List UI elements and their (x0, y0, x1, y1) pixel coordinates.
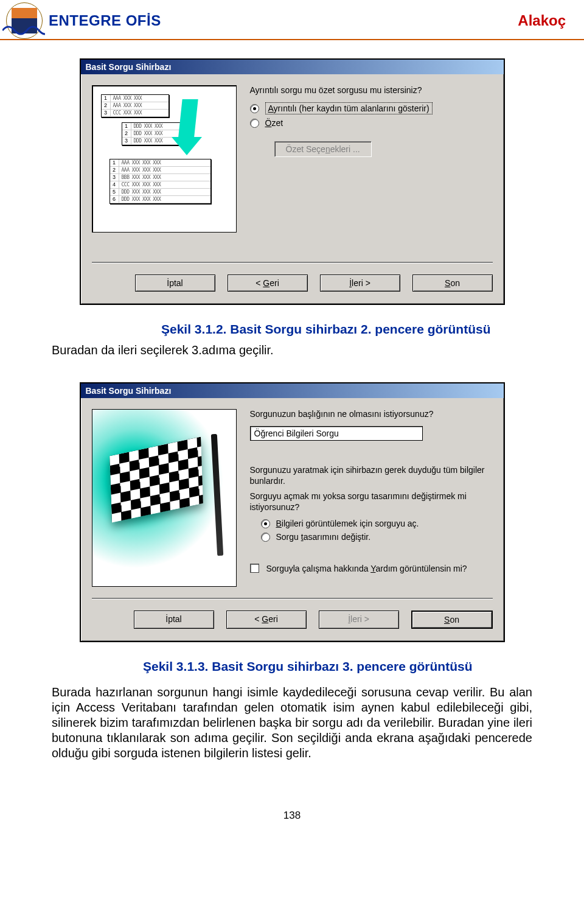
radio-icon (250, 104, 259, 113)
help-checkbox-row[interactable]: Sorguyla çalışma hakkında Yardım görüntü… (250, 564, 493, 573)
dialog2-question: Sorgunuzun başlığının ne olmasını istiyo… (250, 409, 493, 419)
query-title-input[interactable]: Öğrenci Bilgileri Sorgu (250, 426, 423, 441)
header-left: ENTEGRE OFİS (6, 2, 161, 39)
after-paragraph: Burada hazırlanan sorgunun hangi isimle … (52, 685, 532, 761)
author-text: Alakoç (518, 12, 566, 29)
cancel-button[interactable]: İptal (135, 275, 215, 292)
wizard-dialog-1: Basit Sorgu Sihirbazı 1AAA XXX XXX 2AAA … (80, 58, 505, 305)
wizard-dialog-2: Basit Sorgu Sihirbazı Sorgunuzun başlığı… (80, 382, 505, 642)
radio-detail-label: Ayrıntılı (her kaydın tüm alanlarını gös… (265, 102, 433, 114)
dialog2-button-row: İptal < Geri İleri > Son (92, 604, 493, 636)
dialog2-info2: Sorguyu açmak mı yoksa sorgu tasarımını … (250, 491, 493, 513)
radio-modify-design[interactable]: Sorgu tasarımını değiştir. (261, 532, 493, 542)
next-button: İleri > (319, 611, 399, 629)
finish-button[interactable]: Son (412, 275, 493, 292)
radio-modify-design-label: Sorgu tasarımını değiştir. (276, 532, 371, 542)
dialog1-question: Ayrıntılı sorgu mu özet sorgusu mu ister… (250, 85, 493, 95)
back-button[interactable]: < Geri (228, 275, 308, 292)
dialog2-illustration (92, 409, 237, 587)
arrow-icon (172, 99, 196, 154)
finish-button[interactable]: Son (411, 611, 493, 629)
help-checkbox-label: Sorguyla çalışma hakkında Yardım görüntü… (266, 564, 467, 573)
radio-detail[interactable]: Ayrıntılı (her kaydın tüm alanlarını gös… (250, 102, 493, 114)
radio-open-query-label: Bilgileri görüntülemek için sorguyu aç. (276, 519, 419, 528)
checkbox-icon (250, 564, 259, 573)
logo-wave-icon (2, 23, 45, 38)
page-header: ENTEGRE OFİS Alakoç (0, 0, 584, 40)
radio-summary[interactable]: Özet (250, 118, 493, 128)
radio-open-query[interactable]: Bilgileri görüntülemek için sorguyu aç. (261, 519, 493, 528)
radio-icon (250, 119, 259, 128)
radio-icon (261, 519, 270, 528)
intertext-line: Buradan da ileri seçilerek 3.adıma geçil… (52, 343, 532, 358)
back-button[interactable]: < Geri (226, 611, 307, 629)
cancel-button[interactable]: İptal (134, 611, 214, 629)
radio-summary-label: Özet (265, 118, 283, 128)
dialog1-titlebar: Basit Sorgu Sihirbazı (81, 60, 504, 74)
next-button[interactable]: İleri > (320, 275, 400, 292)
figure-caption-1: Şekil 3.1.2. Basit Sorgu sihirbazı 2. pe… (161, 322, 532, 337)
page-number: 138 (52, 810, 532, 822)
dialog2-info1: Sorgunuzu yaratmak için sihirbazın gerek… (250, 465, 493, 486)
dialog2-titlebar: Basit Sorgu Sihirbazı (81, 383, 504, 398)
page-content: Basit Sorgu Sihirbazı 1AAA XXX XXX 2AAA … (0, 40, 584, 840)
brand-text: ENTEGRE OFİS (49, 12, 161, 29)
dialog1-illustration: 1AAA XXX XXX 2AAA XXX XXX 3CCC XXX XXX 1… (92, 85, 237, 233)
radio-icon (261, 533, 270, 542)
dialog1-button-row: İptal < Geri İleri > Son (92, 268, 493, 299)
figure-caption-2: Şekil 3.1.3. Basit Sorgu sihirbazı 3. pe… (143, 659, 532, 674)
summary-options-button: Özet Seçenekleri ... (274, 141, 372, 157)
logo (6, 2, 43, 39)
